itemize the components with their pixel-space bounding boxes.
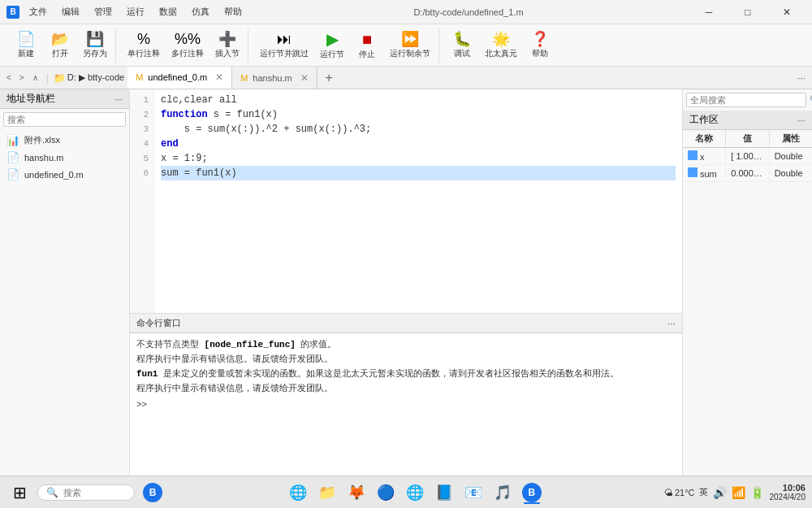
menu-data[interactable]: 数据 bbox=[154, 4, 182, 20]
code-line-5: x = 1:9; bbox=[161, 151, 676, 166]
file-item-1[interactable]: 📄 hanshu.m bbox=[0, 149, 129, 166]
toolbar-open-button[interactable]: 📂 打开 bbox=[44, 28, 76, 63]
workspace-header-row: 工作区 ··· bbox=[683, 111, 812, 130]
insert-section-icon: ➕ bbox=[218, 32, 236, 46]
toolbar-single-comment-button[interactable]: % 单行注释 bbox=[123, 28, 165, 63]
menu-help[interactable]: 帮助 bbox=[219, 4, 247, 20]
file-item-2[interactable]: 📄 undefined_0.m bbox=[0, 166, 129, 183]
toolbar-run-button[interactable]: ▶ 运行节 bbox=[315, 28, 349, 63]
taskbar-app-btty[interactable]: B bbox=[140, 480, 166, 506]
taskbar-app-music[interactable]: 🎵 bbox=[490, 480, 516, 506]
taskbar-search-input[interactable] bbox=[63, 488, 128, 497]
keyboard-lang[interactable]: 英 bbox=[699, 486, 708, 498]
run-rest-icon: ⏩ bbox=[401, 32, 419, 46]
toolbar-help-button[interactable]: ❓ 帮助 bbox=[524, 28, 556, 63]
tab-label-0: undefined_0.m bbox=[148, 72, 207, 82]
menu-run[interactable]: 运行 bbox=[122, 4, 149, 20]
network-icon[interactable]: 📶 bbox=[732, 486, 745, 499]
toolbar-run-rest-button[interactable]: ⏩ 运行制余节 bbox=[385, 28, 435, 63]
taskbar-app-teams[interactable]: 📘 bbox=[431, 480, 457, 506]
global-search-input[interactable] bbox=[686, 93, 806, 107]
sidebar-more[interactable]: ··· bbox=[114, 93, 123, 105]
workspace-title: 工作区 bbox=[689, 113, 719, 127]
tabbar-more-button[interactable]: ··· bbox=[791, 67, 812, 89]
code-line-1: clc,clear all bbox=[161, 93, 676, 107]
toolbar-multi-comment-button[interactable]: %% 多行注释 bbox=[166, 28, 209, 63]
code-content[interactable]: clc,clear all function s = fun1(x) s = s… bbox=[154, 89, 682, 313]
stop-icon: ■ bbox=[362, 31, 372, 47]
tab-add-button[interactable]: + bbox=[317, 67, 341, 89]
run-rest-label: 运行制余节 bbox=[390, 48, 430, 59]
editor-container: 1 2 3 4 5 6 clc,clear all function s = f… bbox=[130, 89, 682, 475]
toolbar-btty-button[interactable]: 🌟 北太真元 bbox=[480, 28, 522, 63]
toolbar-debug-button[interactable]: 🐛 调试 bbox=[446, 28, 478, 63]
taskbar-app-files[interactable]: 📁 bbox=[314, 480, 340, 506]
taskbar-search[interactable]: 🔍 bbox=[37, 484, 135, 501]
taskbar-app-browser[interactable]: 🌐 bbox=[285, 480, 311, 506]
open-label: 打开 bbox=[52, 48, 68, 59]
code-area[interactable]: 1 2 3 4 5 6 clc,clear all function s = f… bbox=[130, 89, 682, 313]
btty-icon: 🌟 bbox=[492, 32, 510, 46]
active-indicator bbox=[524, 502, 540, 504]
toolbar-new-button[interactable]: 📄 新建 bbox=[10, 28, 42, 63]
file-name-0: 附件.xlsx bbox=[24, 134, 60, 146]
cmd-prompt: >> bbox=[136, 398, 676, 411]
single-comment-label: 单行注释 bbox=[127, 48, 160, 59]
taskbar-center: 🌐 📁 🦊 🔵 🌐 📘 📧 🎵 B bbox=[285, 480, 545, 506]
taskbar-app-mail[interactable]: 📧 bbox=[460, 480, 486, 506]
toolbar-insert-section-button[interactable]: ➕ 插入节 bbox=[210, 28, 244, 63]
taskbar-app-btty2[interactable]: B bbox=[519, 480, 545, 506]
menu-edit[interactable]: 编辑 bbox=[57, 4, 84, 20]
stop-label: 停止 bbox=[359, 49, 375, 60]
command-title: 命令行窗口 bbox=[136, 317, 181, 329]
menu-manage[interactable]: 管理 bbox=[89, 4, 117, 20]
line-num-4: 4 bbox=[130, 137, 153, 151]
col-type: 属性 bbox=[770, 130, 812, 147]
code-line-3: s = sum(x(:)).^2 + sum(x(:)).^3; bbox=[161, 122, 676, 137]
taskbar: ⊞ 🔍 B 🌐 📁 🦊 🔵 🌐 📘 📧 🎵 B 🌤 21°C 英 🔊 📶 🔋 bbox=[0, 475, 812, 508]
battery-icon[interactable]: 🔋 bbox=[750, 486, 764, 499]
help-icon: ❓ bbox=[531, 32, 549, 46]
taskbar-left: ⊞ 🔍 B bbox=[6, 480, 166, 506]
var-name-x: x bbox=[683, 148, 726, 164]
run-icon: ▶ bbox=[326, 31, 339, 47]
insert-section-label: 插入节 bbox=[215, 48, 240, 59]
toolbar-stop-button[interactable]: ■ 停止 bbox=[351, 28, 383, 63]
var-type-sum: Double bbox=[770, 166, 812, 180]
tab-nav-separator: | bbox=[46, 72, 49, 84]
tab-nav-up[interactable]: ∧ bbox=[29, 72, 41, 84]
tab-hanshu[interactable]: M hanshu.m ✕ bbox=[232, 67, 317, 89]
command-more-button[interactable]: ··· bbox=[667, 318, 676, 329]
file-icon-0: 📊 bbox=[6, 134, 19, 146]
file-item-0[interactable]: 📊 附件.xlsx bbox=[0, 132, 129, 149]
workspace-more-button[interactable]: ··· bbox=[797, 115, 806, 126]
minimize-button[interactable]: ─ bbox=[690, 0, 728, 24]
tab-close-1[interactable]: ✕ bbox=[300, 72, 309, 84]
sidebar-search-input[interactable] bbox=[3, 112, 126, 127]
volume-icon[interactable]: 🔊 bbox=[713, 486, 727, 499]
tab-nav-forward[interactable]: > bbox=[16, 72, 28, 84]
file-name-1: hanshu.m bbox=[24, 153, 63, 163]
toolbar-run-skip-button[interactable]: ⏭ 运行节并跳过 bbox=[255, 28, 313, 63]
tab-label-1: hanshu.m bbox=[253, 73, 292, 83]
command-header: 命令行窗口 ··· bbox=[130, 314, 682, 333]
var-value-x: [ 1.0000… bbox=[726, 149, 769, 163]
menu-simulate[interactable]: 仿真 bbox=[187, 4, 214, 20]
taskbar-app-edge[interactable]: 🌐 bbox=[402, 480, 428, 506]
menu-file[interactable]: 文件 bbox=[24, 4, 52, 20]
tab-nav-back[interactable]: < bbox=[3, 72, 15, 84]
taskbar-right: 🌤 21°C 英 🔊 📶 🔋 10:06 2024/4/20 bbox=[664, 483, 806, 501]
toolbar-saveas-button[interactable]: 💾 另存为 bbox=[78, 28, 112, 63]
close-button[interactable]: ✕ bbox=[768, 0, 806, 24]
var-row-sum[interactable]: sum 0.0000… Double bbox=[683, 165, 812, 182]
taskbar-app-firefox[interactable]: 🦊 bbox=[343, 480, 369, 506]
var-row-x[interactable]: x [ 1.0000… Double bbox=[683, 148, 812, 165]
start-button[interactable]: ⊞ bbox=[6, 480, 32, 506]
clock[interactable]: 10:06 2024/4/20 bbox=[769, 483, 806, 501]
sidebar: 地址导航栏 ··· 📊 附件.xlsx 📄 hanshu.m 📄 undefin… bbox=[0, 89, 130, 475]
titlebar-left: B 文件 编辑 管理 运行 数据 仿真 帮助 bbox=[6, 4, 247, 20]
maximize-button[interactable]: □ bbox=[729, 0, 767, 24]
taskbar-app-chrome[interactable]: 🔵 bbox=[373, 480, 399, 506]
tab-undefined0[interactable]: M undefined_0.m ✕ bbox=[127, 67, 232, 89]
tab-close-0[interactable]: ✕ bbox=[215, 72, 223, 83]
